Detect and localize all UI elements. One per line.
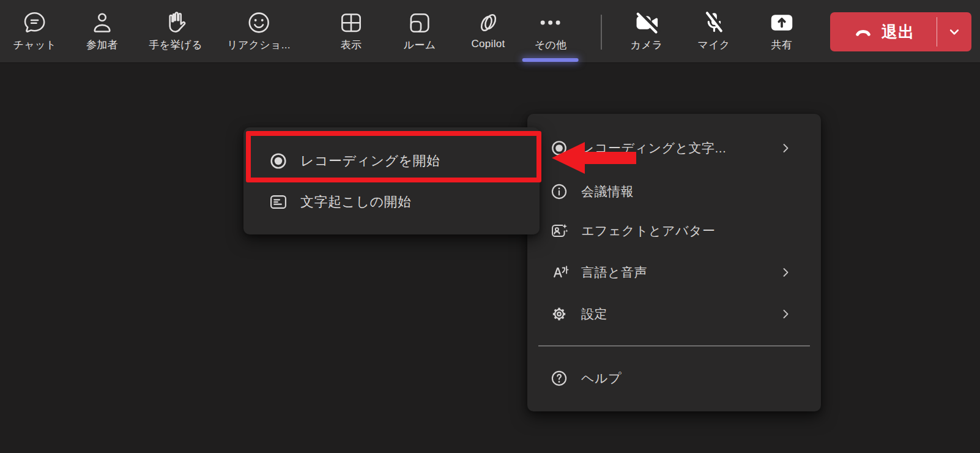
chevron-right-icon bbox=[778, 265, 793, 280]
raise-hand-icon bbox=[162, 9, 189, 36]
chevron-right-icon bbox=[778, 307, 793, 321]
toolbar-item-more[interactable]: その他 bbox=[535, 0, 567, 63]
record-icon bbox=[549, 138, 569, 158]
menu-item-label: ヘルプ bbox=[581, 370, 622, 387]
toolbar-item-label: 参加者 bbox=[86, 38, 118, 52]
share-icon bbox=[768, 9, 795, 36]
view-icon bbox=[338, 9, 365, 36]
more-icon bbox=[537, 9, 564, 36]
leave-button-label: 退出 bbox=[882, 21, 915, 43]
toolbar-item-rooms[interactable]: ルーム bbox=[404, 0, 436, 63]
menu-item-meeting-info[interactable]: 会議情報 bbox=[533, 178, 815, 206]
menu-item-recording-and-transcript[interactable]: レコーディングと文字... bbox=[533, 134, 815, 162]
settings-icon bbox=[549, 304, 569, 324]
hangup-icon bbox=[852, 23, 874, 41]
active-tab-underline bbox=[522, 58, 579, 62]
menu-item-label: 言語と音声 bbox=[581, 264, 647, 281]
camera-off-icon bbox=[633, 9, 660, 36]
toolbar-item-label: リアクショ... bbox=[227, 38, 291, 52]
participants-icon bbox=[89, 9, 116, 36]
recording-submenu: レコーディングを開始 文字起こしの開始 bbox=[243, 127, 540, 234]
menu-divider bbox=[538, 345, 810, 346]
menu-item-language-speech[interactable]: 言語と音声 bbox=[533, 258, 815, 286]
menu-item-label: 会議情報 bbox=[581, 183, 634, 200]
toolbar-item-label: マイク bbox=[697, 38, 730, 52]
menu-item-help[interactable]: ヘルプ bbox=[533, 364, 815, 392]
transcript-icon bbox=[268, 192, 289, 212]
toolbar-item-label: 手を挙げる bbox=[149, 38, 202, 52]
menu-item-label: エフェクトとアバター bbox=[581, 222, 715, 239]
toolbar-item-label: 表示 bbox=[341, 38, 362, 52]
toolbar-item-chat[interactable]: チャット bbox=[13, 0, 57, 63]
language-icon bbox=[549, 263, 569, 282]
help-icon bbox=[549, 369, 569, 388]
toolbar-item-copilot[interactable]: Copilot bbox=[471, 0, 505, 63]
menu-item-start-recording[interactable]: レコーディングを開始 bbox=[250, 141, 533, 181]
toolbar-item-label: その他 bbox=[535, 38, 567, 52]
reactions-icon bbox=[245, 9, 272, 36]
teams-meeting-window: { "toolbar": { "items": [ { "label": "チャ… bbox=[0, 0, 980, 453]
toolbar-item-label: ルーム bbox=[404, 38, 436, 52]
copilot-icon bbox=[475, 9, 502, 36]
meeting-toolbar: チャット 参加者 手を挙げる リアクショ... 表示 bbox=[0, 0, 980, 63]
toolbar-item-participants[interactable]: 参加者 bbox=[86, 0, 118, 63]
record-icon bbox=[268, 151, 289, 171]
more-menu: レコーディングと文字... 会議情報 エフェクトとアバター 言語と音声 bbox=[527, 114, 821, 411]
toolbar-item-mic[interactable]: マイク bbox=[697, 0, 730, 63]
toolbar-item-label: 共有 bbox=[771, 38, 793, 52]
info-icon bbox=[549, 182, 569, 201]
chevron-down-icon bbox=[946, 23, 963, 40]
toolbar-item-raise-hand[interactable]: 手を挙げる bbox=[149, 0, 202, 63]
menu-item-label: レコーディングを開始 bbox=[300, 152, 440, 170]
toolbar-item-camera[interactable]: カメラ bbox=[630, 0, 663, 63]
mic-off-icon bbox=[700, 9, 727, 36]
toolbar-item-label: Copilot bbox=[471, 38, 505, 50]
leave-options-button[interactable] bbox=[937, 12, 971, 51]
toolbar-divider bbox=[601, 15, 602, 50]
rooms-icon bbox=[406, 9, 433, 36]
leave-button-main[interactable]: 退出 bbox=[830, 12, 937, 51]
menu-item-effects-avatars[interactable]: エフェクトとアバター bbox=[533, 217, 815, 245]
menu-item-settings[interactable]: 設定 bbox=[533, 300, 815, 328]
leave-button[interactable]: 退出 bbox=[830, 12, 971, 51]
toolbar-item-reactions[interactable]: リアクショ... bbox=[227, 0, 291, 63]
toolbar-item-view[interactable]: 表示 bbox=[338, 0, 365, 63]
toolbar-item-label: カメラ bbox=[630, 38, 663, 52]
chevron-right-icon bbox=[778, 141, 793, 155]
menu-item-start-transcription[interactable]: 文字起こしの開始 bbox=[250, 186, 533, 218]
chat-icon bbox=[21, 9, 48, 36]
menu-item-label: レコーディングと文字... bbox=[581, 140, 726, 157]
menu-item-label: 設定 bbox=[581, 305, 607, 323]
menu-item-label: 文字起こしの開始 bbox=[300, 193, 412, 211]
toolbar-item-label: チャット bbox=[13, 38, 57, 52]
toolbar-item-share[interactable]: 共有 bbox=[768, 0, 795, 63]
effects-icon bbox=[549, 221, 569, 241]
